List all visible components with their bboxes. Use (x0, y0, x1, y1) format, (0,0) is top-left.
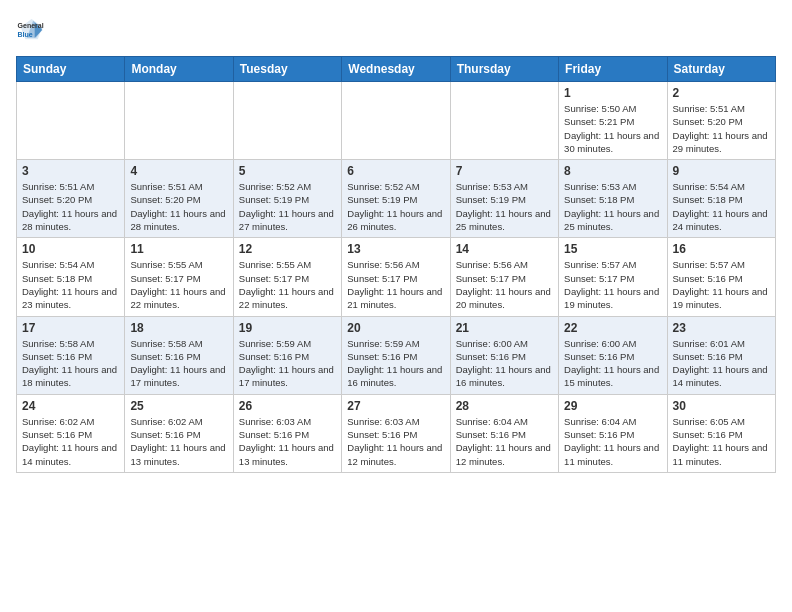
day-number: 5 (239, 164, 336, 178)
day-number: 19 (239, 321, 336, 335)
day-number: 11 (130, 242, 227, 256)
day-info: Sunrise: 5:50 AMSunset: 5:21 PMDaylight:… (564, 102, 661, 155)
day-info: Sunrise: 5:51 AMSunset: 5:20 PMDaylight:… (130, 180, 227, 233)
calendar-cell: 26Sunrise: 6:03 AMSunset: 5:16 PMDayligh… (233, 394, 341, 472)
day-info: Sunrise: 6:02 AMSunset: 5:16 PMDaylight:… (130, 415, 227, 468)
weekday-header: Tuesday (233, 57, 341, 82)
day-info: Sunrise: 6:00 AMSunset: 5:16 PMDaylight:… (564, 337, 661, 390)
calendar-week-row: 17Sunrise: 5:58 AMSunset: 5:16 PMDayligh… (17, 316, 776, 394)
calendar-cell (450, 82, 558, 160)
calendar-cell: 10Sunrise: 5:54 AMSunset: 5:18 PMDayligh… (17, 238, 125, 316)
day-number: 16 (673, 242, 770, 256)
calendar-week-row: 10Sunrise: 5:54 AMSunset: 5:18 PMDayligh… (17, 238, 776, 316)
svg-text:Blue: Blue (18, 31, 33, 38)
calendar-cell: 3Sunrise: 5:51 AMSunset: 5:20 PMDaylight… (17, 160, 125, 238)
calendar-cell: 15Sunrise: 5:57 AMSunset: 5:17 PMDayligh… (559, 238, 667, 316)
calendar-cell: 12Sunrise: 5:55 AMSunset: 5:17 PMDayligh… (233, 238, 341, 316)
day-info: Sunrise: 5:54 AMSunset: 5:18 PMDaylight:… (673, 180, 770, 233)
calendar-cell: 30Sunrise: 6:05 AMSunset: 5:16 PMDayligh… (667, 394, 775, 472)
day-number: 13 (347, 242, 444, 256)
day-info: Sunrise: 5:56 AMSunset: 5:17 PMDaylight:… (456, 258, 553, 311)
calendar-cell: 14Sunrise: 5:56 AMSunset: 5:17 PMDayligh… (450, 238, 558, 316)
day-number: 20 (347, 321, 444, 335)
calendar-cell: 27Sunrise: 6:03 AMSunset: 5:16 PMDayligh… (342, 394, 450, 472)
calendar-cell (342, 82, 450, 160)
day-info: Sunrise: 6:05 AMSunset: 5:16 PMDaylight:… (673, 415, 770, 468)
calendar-cell: 6Sunrise: 5:52 AMSunset: 5:19 PMDaylight… (342, 160, 450, 238)
day-number: 4 (130, 164, 227, 178)
day-number: 10 (22, 242, 119, 256)
calendar-cell: 25Sunrise: 6:02 AMSunset: 5:16 PMDayligh… (125, 394, 233, 472)
day-info: Sunrise: 5:51 AMSunset: 5:20 PMDaylight:… (22, 180, 119, 233)
day-info: Sunrise: 5:58 AMSunset: 5:16 PMDaylight:… (130, 337, 227, 390)
day-number: 2 (673, 86, 770, 100)
calendar-cell: 21Sunrise: 6:00 AMSunset: 5:16 PMDayligh… (450, 316, 558, 394)
day-info: Sunrise: 5:57 AMSunset: 5:16 PMDaylight:… (673, 258, 770, 311)
day-info: Sunrise: 5:51 AMSunset: 5:20 PMDaylight:… (673, 102, 770, 155)
day-number: 29 (564, 399, 661, 413)
weekday-header: Wednesday (342, 57, 450, 82)
day-info: Sunrise: 5:53 AMSunset: 5:18 PMDaylight:… (564, 180, 661, 233)
calendar-cell: 24Sunrise: 6:02 AMSunset: 5:16 PMDayligh… (17, 394, 125, 472)
calendar-cell (125, 82, 233, 160)
calendar-cell: 18Sunrise: 5:58 AMSunset: 5:16 PMDayligh… (125, 316, 233, 394)
calendar-cell: 2Sunrise: 5:51 AMSunset: 5:20 PMDaylight… (667, 82, 775, 160)
day-number: 24 (22, 399, 119, 413)
weekday-header: Thursday (450, 57, 558, 82)
calendar-week-row: 1Sunrise: 5:50 AMSunset: 5:21 PMDaylight… (17, 82, 776, 160)
day-info: Sunrise: 5:53 AMSunset: 5:19 PMDaylight:… (456, 180, 553, 233)
calendar-cell: 9Sunrise: 5:54 AMSunset: 5:18 PMDaylight… (667, 160, 775, 238)
svg-text:General: General (18, 22, 44, 29)
day-info: Sunrise: 5:54 AMSunset: 5:18 PMDaylight:… (22, 258, 119, 311)
day-number: 7 (456, 164, 553, 178)
day-number: 28 (456, 399, 553, 413)
day-number: 21 (456, 321, 553, 335)
day-number: 17 (22, 321, 119, 335)
day-info: Sunrise: 6:04 AMSunset: 5:16 PMDaylight:… (456, 415, 553, 468)
day-number: 18 (130, 321, 227, 335)
weekday-header: Sunday (17, 57, 125, 82)
calendar-cell: 19Sunrise: 5:59 AMSunset: 5:16 PMDayligh… (233, 316, 341, 394)
logo: General Blue (16, 16, 44, 44)
day-info: Sunrise: 5:55 AMSunset: 5:17 PMDaylight:… (130, 258, 227, 311)
logo-icon: General Blue (16, 16, 44, 44)
calendar-cell: 28Sunrise: 6:04 AMSunset: 5:16 PMDayligh… (450, 394, 558, 472)
day-info: Sunrise: 5:57 AMSunset: 5:17 PMDaylight:… (564, 258, 661, 311)
day-number: 25 (130, 399, 227, 413)
calendar-cell: 11Sunrise: 5:55 AMSunset: 5:17 PMDayligh… (125, 238, 233, 316)
day-info: Sunrise: 5:59 AMSunset: 5:16 PMDaylight:… (347, 337, 444, 390)
day-number: 23 (673, 321, 770, 335)
day-info: Sunrise: 5:56 AMSunset: 5:17 PMDaylight:… (347, 258, 444, 311)
day-info: Sunrise: 6:04 AMSunset: 5:16 PMDaylight:… (564, 415, 661, 468)
calendar-cell: 8Sunrise: 5:53 AMSunset: 5:18 PMDaylight… (559, 160, 667, 238)
calendar-cell (233, 82, 341, 160)
day-number: 15 (564, 242, 661, 256)
day-info: Sunrise: 5:59 AMSunset: 5:16 PMDaylight:… (239, 337, 336, 390)
day-info: Sunrise: 6:02 AMSunset: 5:16 PMDaylight:… (22, 415, 119, 468)
day-number: 14 (456, 242, 553, 256)
calendar-cell: 22Sunrise: 6:00 AMSunset: 5:16 PMDayligh… (559, 316, 667, 394)
day-info: Sunrise: 5:58 AMSunset: 5:16 PMDaylight:… (22, 337, 119, 390)
calendar-cell: 23Sunrise: 6:01 AMSunset: 5:16 PMDayligh… (667, 316, 775, 394)
day-info: Sunrise: 6:03 AMSunset: 5:16 PMDaylight:… (239, 415, 336, 468)
calendar-table: SundayMondayTuesdayWednesdayThursdayFrid… (16, 56, 776, 473)
calendar-cell: 29Sunrise: 6:04 AMSunset: 5:16 PMDayligh… (559, 394, 667, 472)
calendar-cell: 20Sunrise: 5:59 AMSunset: 5:16 PMDayligh… (342, 316, 450, 394)
day-number: 30 (673, 399, 770, 413)
calendar-week-row: 24Sunrise: 6:02 AMSunset: 5:16 PMDayligh… (17, 394, 776, 472)
weekday-header: Monday (125, 57, 233, 82)
day-number: 8 (564, 164, 661, 178)
calendar-cell: 13Sunrise: 5:56 AMSunset: 5:17 PMDayligh… (342, 238, 450, 316)
day-info: Sunrise: 6:00 AMSunset: 5:16 PMDaylight:… (456, 337, 553, 390)
calendar-cell: 17Sunrise: 5:58 AMSunset: 5:16 PMDayligh… (17, 316, 125, 394)
day-number: 12 (239, 242, 336, 256)
day-info: Sunrise: 5:52 AMSunset: 5:19 PMDaylight:… (347, 180, 444, 233)
calendar-cell: 7Sunrise: 5:53 AMSunset: 5:19 PMDaylight… (450, 160, 558, 238)
day-number: 9 (673, 164, 770, 178)
weekday-header: Saturday (667, 57, 775, 82)
weekday-header: Friday (559, 57, 667, 82)
day-number: 22 (564, 321, 661, 335)
calendar-cell: 5Sunrise: 5:52 AMSunset: 5:19 PMDaylight… (233, 160, 341, 238)
day-number: 27 (347, 399, 444, 413)
calendar-cell: 16Sunrise: 5:57 AMSunset: 5:16 PMDayligh… (667, 238, 775, 316)
